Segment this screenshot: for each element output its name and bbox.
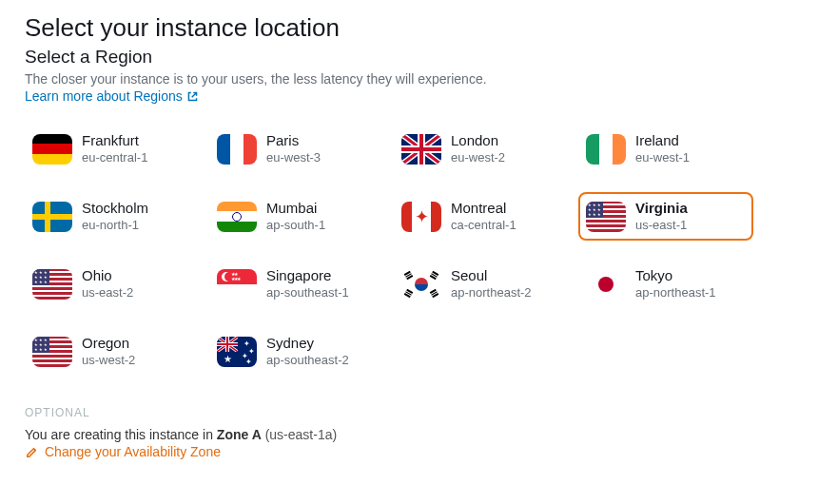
region-name: Montreal [451, 200, 516, 218]
region-name: Frankfurt [82, 132, 147, 150]
region-code: us-east-1 [635, 218, 688, 233]
zone-summary: You are creating this instance in Zone A… [25, 427, 793, 442]
flag-ie-icon [586, 134, 626, 165]
region-option-eu-north-1[interactable]: Stockholmeu-north-1 [25, 192, 200, 241]
region-text: Singaporeap-southeast-1 [266, 267, 349, 300]
flag-de-icon [32, 134, 72, 165]
region-text: Montrealca-central-1 [451, 200, 516, 233]
region-text: Frankfurteu-central-1 [82, 132, 147, 165]
learn-more-link[interactable]: Learn more about Regions [25, 88, 199, 104]
region-code: ap-northeast-2 [451, 285, 532, 300]
region-code: eu-west-1 [635, 150, 690, 165]
region-option-eu-west-3[interactable]: Pariseu-west-3 [209, 125, 384, 173]
description-text: The closer your instance is to your user… [25, 71, 793, 87]
flag-us-icon [32, 337, 72, 367]
region-name: Virginia [635, 200, 688, 218]
region-name: Tokyo [635, 267, 716, 285]
region-name: Oregon [82, 335, 135, 353]
region-name: Seoul [451, 267, 532, 285]
region-option-us-west-2[interactable]: Oregonus-west-2 [25, 327, 200, 376]
flag-kr-icon [401, 269, 441, 300]
region-option-ca-central-1[interactable]: ✦Montrealca-central-1 [394, 192, 569, 241]
region-text: Sydneyap-southeast-2 [266, 335, 349, 368]
learn-more-label: Learn more about Regions [25, 88, 183, 104]
region-text: Irelandeu-west-1 [635, 132, 690, 165]
region-text: Oregonus-west-2 [82, 335, 135, 368]
region-code: eu-central-1 [82, 150, 147, 165]
flag-us-icon [32, 269, 72, 300]
region-option-ap-northeast-2[interactable]: Seoulap-northeast-2 [394, 260, 569, 308]
region-text: Virginiaus-east-1 [635, 200, 688, 233]
change-zone-label: Change your Availability Zone [45, 444, 221, 459]
region-name: Mumbai [266, 200, 325, 218]
flag-sg-icon: ★★★★★ [217, 269, 257, 300]
region-name: Ohio [82, 267, 133, 285]
region-text: Pariseu-west-3 [266, 132, 321, 165]
region-text: Tokyoap-northeast-1 [635, 267, 716, 300]
region-code: ap-northeast-1 [635, 285, 716, 300]
region-code: ap-southeast-2 [266, 353, 349, 368]
region-option-ap-southeast-1[interactable]: ★★★★★Singaporeap-southeast-1 [209, 260, 384, 308]
flag-jp-icon [586, 269, 626, 300]
region-option-ap-southeast-2[interactable]: ★✦✦✦✦Sydneyap-southeast-2 [209, 327, 384, 376]
region-name: Paris [266, 132, 321, 150]
zone-summary-prefix: You are creating this instance in [25, 427, 217, 442]
edit-icon [25, 445, 39, 459]
zone-code: (us-east-1a) [265, 427, 337, 442]
region-name: Ireland [635, 132, 690, 150]
flag-us-icon [586, 202, 626, 232]
region-code: eu-north-1 [82, 218, 148, 233]
flag-ca-icon: ✦ [401, 202, 441, 232]
region-option-eu-west-2[interactable]: Londoneu-west-2 [394, 125, 569, 173]
region-option-ap-northeast-1[interactable]: Tokyoap-northeast-1 [578, 260, 753, 308]
optional-header: OPTIONAL [25, 406, 793, 419]
region-grid: Frankfurteu-central-1Pariseu-west-3Londo… [25, 125, 793, 376]
region-text: Seoulap-northeast-2 [451, 267, 532, 300]
region-code: ap-southeast-1 [266, 285, 349, 300]
region-code: eu-west-3 [266, 150, 321, 165]
page-subtitle: Select a Region [25, 47, 793, 68]
flag-fr-icon [217, 134, 257, 165]
region-text: Londoneu-west-2 [451, 132, 505, 165]
region-code: ap-south-1 [266, 218, 325, 233]
flag-gb-icon [401, 134, 441, 165]
region-text: Stockholmeu-north-1 [82, 200, 148, 233]
region-name: Sydney [266, 335, 349, 353]
flag-in-icon [217, 202, 257, 232]
region-option-us-east-1[interactable]: Virginiaus-east-1 [578, 192, 753, 241]
region-code: us-west-2 [82, 353, 135, 368]
region-name: Singapore [266, 267, 349, 285]
region-text: Mumbaiap-south-1 [266, 200, 325, 233]
flag-au-icon: ★✦✦✦✦ [217, 337, 257, 367]
region-code: ca-central-1 [451, 218, 516, 233]
region-text: Ohious-east-2 [82, 267, 133, 300]
region-option-us-east-2[interactable]: Ohious-east-2 [25, 260, 200, 308]
region-code: eu-west-2 [451, 150, 505, 165]
region-code: us-east-2 [82, 285, 133, 300]
zone-name: Zone A [217, 427, 262, 442]
region-option-eu-central-1[interactable]: Frankfurteu-central-1 [25, 125, 200, 173]
region-option-ap-south-1[interactable]: Mumbaiap-south-1 [209, 192, 384, 241]
change-zone-link[interactable]: Change your Availability Zone [25, 444, 221, 459]
external-link-icon [186, 90, 199, 103]
region-option-eu-west-1[interactable]: Irelandeu-west-1 [578, 125, 753, 173]
region-name: Stockholm [82, 200, 148, 218]
region-name: London [451, 132, 505, 150]
page-title: Select your instance location [25, 13, 793, 43]
flag-se-icon [32, 202, 72, 232]
